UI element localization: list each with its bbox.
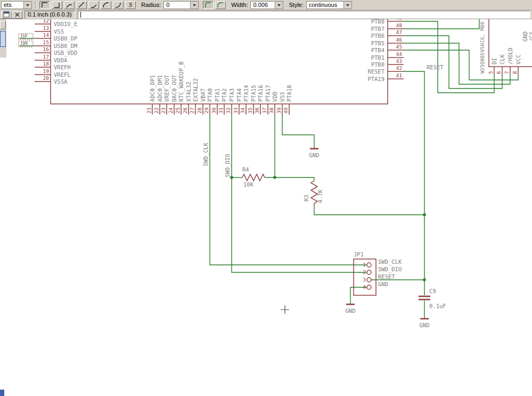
chevron-down-icon[interactable] bbox=[343, 2, 351, 9]
gnd-symbol[interactable]: GND bbox=[420, 319, 430, 328]
pin-name: ADC0_DP1 bbox=[149, 75, 156, 102]
chevron-down-icon[interactable] bbox=[190, 2, 198, 9]
pin-name: PTA17 bbox=[265, 85, 271, 102]
pin-name: GND bbox=[522, 31, 528, 42]
pin-number: 25 bbox=[175, 108, 181, 114]
miter-straight-button[interactable] bbox=[215, 1, 226, 9]
capacitor-c9[interactable]: C9 0.1uF bbox=[419, 288, 446, 309]
wire-bend-freehand-button[interactable]: S bbox=[125, 1, 136, 9]
net-wire-r4-r3[interactable] bbox=[265, 177, 314, 181]
pin-number: 19 bbox=[43, 68, 50, 74]
width-dropdown[interactable]: 0.006 bbox=[250, 1, 283, 9]
pin-number: 16 bbox=[43, 46, 50, 52]
radius-value: 0 bbox=[166, 2, 169, 8]
wire-bend-arc-right-button[interactable] bbox=[113, 1, 124, 9]
part-name: JP1 bbox=[354, 251, 364, 257]
net-label[interactable]: SWD_DIO bbox=[378, 266, 402, 273]
wire-bend-arc-left-button[interactable] bbox=[101, 1, 111, 9]
net-wire-reset[interactable] bbox=[404, 71, 424, 295]
main-ic[interactable]: 12 VDDIO_E 13 VSS 14 USB0_DP 15 USB0_DM … bbox=[35, 5, 404, 115]
pin-name: USB0_DM bbox=[54, 43, 77, 50]
pin-name: PTB1 bbox=[371, 54, 384, 61]
pin-name: RESET bbox=[367, 68, 384, 75]
wire-bend-horizontal-diagonal-button[interactable] bbox=[88, 1, 99, 9]
net-label-swd-dio[interactable]: SWD_DIO bbox=[224, 154, 231, 177]
pin-name: PTA16 bbox=[257, 85, 264, 102]
pin-name: PTA19 bbox=[367, 76, 384, 82]
pin-number: 26 bbox=[182, 107, 188, 114]
net-label[interactable]: SWD_CLK bbox=[378, 258, 402, 265]
pin-name: PTA3 bbox=[228, 88, 235, 102]
junction-dot bbox=[273, 176, 276, 179]
resistor-r3[interactable]: R3 4.7K bbox=[303, 181, 323, 205]
pin-name: VSSA bbox=[54, 78, 68, 85]
pin-name: PTA18 bbox=[286, 85, 292, 102]
pin-name: RTC_WAKEUP_B bbox=[178, 61, 185, 102]
wire-bend-straight-diagonal-button[interactable] bbox=[76, 1, 87, 9]
pin-number: 35 bbox=[247, 108, 253, 114]
pin-number: 6 bbox=[496, 71, 502, 74]
pin-number: 46 bbox=[396, 37, 403, 43]
wire-bend-vertical-first-button[interactable] bbox=[39, 1, 50, 9]
close-command-bar-button[interactable] bbox=[12, 11, 22, 19]
net-label[interactable]: GND bbox=[378, 281, 388, 287]
net-wire-swd-clk[interactable] bbox=[210, 115, 367, 265]
pin-number: 1 bbox=[363, 262, 366, 268]
style-dropdown[interactable]: continuous bbox=[306, 1, 352, 9]
net-label-reset[interactable]: RESET bbox=[427, 64, 444, 70]
pin-name: VBAT bbox=[200, 88, 206, 102]
schematic-canvas[interactable]: 12 VDDIO_E 13 VSS 14 USB0_DP 15 USB0_DM … bbox=[0, 0, 532, 396]
net-wire-flash-clk[interactable] bbox=[404, 36, 502, 88]
net-wire-vss-gnd[interactable] bbox=[282, 115, 314, 148]
coordinate-value: 0.1 inch (0.6 0.3) bbox=[28, 11, 72, 18]
left-toolbar-strip bbox=[0, 19, 6, 58]
resistor-r4[interactable]: R4 10K bbox=[242, 166, 265, 188]
pin-number: 39 bbox=[276, 107, 282, 114]
net-class-dropdown[interactable]: ets bbox=[1, 1, 32, 9]
pin-name: PTB6 bbox=[371, 33, 384, 39]
part-name: R4 bbox=[242, 166, 249, 173]
net-label-swd-clk[interactable]: SWD_CLK bbox=[202, 142, 209, 166]
pin-number: 17 bbox=[43, 54, 49, 60]
left-toolbar-selected-button-fragment[interactable] bbox=[0, 31, 6, 47]
connector-pad bbox=[367, 285, 371, 289]
gnd-symbol[interactable]: GND bbox=[309, 149, 320, 158]
pin-number: 15 bbox=[43, 39, 49, 45]
junction-dot bbox=[230, 176, 233, 179]
pin-number: 34 bbox=[240, 107, 245, 114]
part-value: 10K bbox=[243, 181, 254, 188]
pin-number: 3 bbox=[363, 277, 366, 282]
miter-round-button[interactable] bbox=[203, 1, 214, 9]
net-wire-r3-reset[interactable] bbox=[314, 205, 424, 215]
pin-number: 18 bbox=[43, 61, 50, 67]
pin-name: DI bbox=[491, 58, 497, 64]
pin-name: USB_VDD bbox=[54, 50, 77, 56]
label-text: DM bbox=[21, 41, 28, 47]
pin-name: PTA4 bbox=[236, 88, 242, 102]
connector-jp1[interactable]: JP1 1 2 3 4 bbox=[354, 251, 376, 295]
style-value: continuous bbox=[309, 2, 337, 8]
pin-number: 48 bbox=[396, 22, 403, 28]
wire-bend-diagonal-first-button[interactable] bbox=[64, 1, 75, 9]
gnd-label: GND bbox=[346, 308, 356, 314]
left-toolbar-button-fragment[interactable] bbox=[0, 21, 6, 29]
gnd-label: GND bbox=[420, 322, 430, 328]
net-wire-swd-dio[interactable] bbox=[232, 115, 367, 272]
pin-number: 30 bbox=[211, 107, 217, 114]
pin-number: 37 bbox=[261, 108, 267, 114]
chevron-down-icon[interactable] bbox=[275, 2, 283, 9]
dock-button[interactable] bbox=[1, 11, 12, 19]
chevron-down-icon[interactable] bbox=[23, 2, 31, 9]
bend-arc-left-icon bbox=[102, 1, 110, 9]
command-input[interactable] bbox=[78, 11, 530, 19]
part-value: 4.7K bbox=[317, 189, 323, 203]
radius-dropdown[interactable]: 0 bbox=[163, 1, 199, 9]
text-caret bbox=[80, 12, 81, 18]
width-label: Width: bbox=[231, 2, 248, 8]
wire-bend-horizontal-first-button[interactable] bbox=[52, 1, 62, 9]
pin-name: USB0_DP bbox=[54, 35, 77, 42]
gnd-sym bol[interactable]: GND bbox=[346, 304, 356, 314]
pin-number: 23 bbox=[160, 108, 166, 114]
net-label[interactable]: RESET bbox=[378, 273, 395, 280]
pin-number: 7 bbox=[504, 71, 510, 74]
